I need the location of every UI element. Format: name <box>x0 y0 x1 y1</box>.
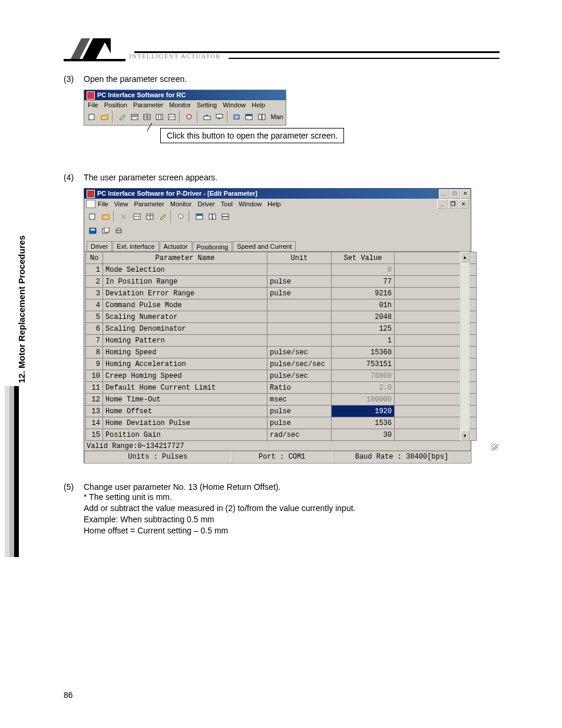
maximize-icon[interactable]: □ <box>449 189 460 199</box>
tab-ext-interface[interactable]: Ext. interface <box>113 241 158 251</box>
mdi-restore-icon[interactable]: ❐ <box>448 199 458 209</box>
cell-unit: pulse/sec/sec <box>267 358 332 370</box>
cell-unit: Ratio <box>267 382 332 394</box>
table-row[interactable]: 8Homing Speedpulse/sec15360 <box>86 347 477 358</box>
menu-parameter[interactable]: Parameter <box>133 101 163 108</box>
table-row[interactable]: 12Home Time-Outmsec180000 <box>86 394 477 406</box>
menu-monitor[interactable]: Monitor <box>170 200 192 207</box>
cell-name: Homing Pattern <box>103 335 267 347</box>
close-icon[interactable]: × <box>460 189 471 199</box>
callout-text: Click this button to open the parameter … <box>160 128 344 143</box>
menu-window[interactable]: Window <box>239 200 262 207</box>
cell-unit <box>267 299 332 311</box>
menu-window[interactable]: Window <box>223 101 246 108</box>
svg-rect-36 <box>196 214 203 216</box>
window-icon[interactable] <box>243 111 254 123</box>
menu-file[interactable]: File <box>88 101 98 108</box>
window2-icon[interactable] <box>206 210 218 222</box>
table-row[interactable]: 5Scaling Numerator2048 <box>86 311 477 323</box>
table-row[interactable]: 11Default Home Current LimitRatio2.0 <box>86 382 477 394</box>
list-icon[interactable] <box>129 111 140 123</box>
menu-position[interactable]: Position <box>104 101 127 108</box>
table-row[interactable]: 2In Position Rangepulse77 <box>86 276 477 288</box>
tab-speed-current[interactable]: Speed and Current <box>233 241 296 251</box>
menu-file[interactable]: File <box>98 200 108 207</box>
print-icon[interactable] <box>113 225 124 236</box>
tab-actuator[interactable]: Actuator <box>160 241 192 251</box>
open-icon[interactable] <box>100 210 111 222</box>
cell-value[interactable]: 15360 <box>332 347 395 358</box>
menu-monitor[interactable]: Monitor <box>169 101 191 108</box>
menu-help[interactable]: Help <box>252 101 265 108</box>
table-row[interactable]: 10Creep Homing Speedpulse/sec76800 <box>86 370 477 382</box>
table-row[interactable]: 13Home Offsetpulse1920 <box>86 406 477 417</box>
minimize-icon[interactable]: _ <box>439 189 449 199</box>
parameter-table: No Parameter Name Unit Set Value 1Mode S… <box>85 252 477 441</box>
upload-icon[interactable] <box>201 111 213 123</box>
chart-icon[interactable] <box>166 111 177 123</box>
settings-icon[interactable] <box>231 111 242 123</box>
table-row[interactable]: 9Homing Accelerationpulse/sec/sec753151 <box>86 358 477 370</box>
step-4: (4) The user parameter screen appears. <box>64 173 500 182</box>
column-icon[interactable] <box>256 111 267 123</box>
cell-value[interactable]: 0 <box>332 264 395 276</box>
cell-value[interactable]: 76800 <box>332 370 395 382</box>
menu-tool[interactable]: Tool <box>221 200 233 207</box>
scroll-up-icon[interactable]: ▲ <box>460 252 470 262</box>
cell-value[interactable]: 1536 <box>332 417 395 429</box>
svg-point-34 <box>178 214 183 219</box>
edit-icon[interactable] <box>117 111 128 123</box>
new-icon[interactable] <box>87 210 98 222</box>
cell-value[interactable]: 2.0 <box>332 382 395 394</box>
cell-value[interactable]: 1 <box>332 335 395 347</box>
tab-positioning[interactable]: Positioning <box>193 242 233 252</box>
table-row[interactable]: 6Scaling Denominator125 <box>86 323 477 335</box>
alarm-icon[interactable] <box>175 210 187 222</box>
open-icon[interactable] <box>99 111 110 123</box>
mdi-close-icon[interactable]: × <box>458 199 469 209</box>
list-icon[interactable] <box>131 210 143 222</box>
copy-icon[interactable] <box>100 225 111 236</box>
window3-icon[interactable] <box>219 210 231 222</box>
table-row[interactable]: 1Mode Selection0 <box>86 264 477 276</box>
table-icon[interactable] <box>144 210 156 222</box>
menu-view[interactable]: View <box>114 200 128 207</box>
cell-value[interactable]: 9216 <box>332 288 395 299</box>
table-row[interactable]: 15Position Gainrad/sec30 <box>86 429 477 441</box>
table-row[interactable]: 7Homing Pattern1 <box>86 335 477 347</box>
window1-icon[interactable] <box>193 210 205 222</box>
resize-handle[interactable] <box>491 443 498 450</box>
table-row[interactable]: 14Home Deviation Pulsepulse1536 <box>86 417 477 429</box>
menu-parameter[interactable]: Parameter <box>134 200 164 207</box>
download-icon[interactable] <box>214 111 225 123</box>
cell-value[interactable]: 77 <box>332 276 395 288</box>
alarm-icon[interactable] <box>184 111 195 123</box>
scroll-down-icon[interactable]: ▼ <box>460 430 470 441</box>
vertical-scrollbar[interactable]: ▲ ▼ <box>460 252 470 441</box>
cell-value[interactable]: 180000 <box>332 394 395 406</box>
cell-value[interactable]: 2048 <box>332 311 395 323</box>
new-icon[interactable] <box>87 111 98 123</box>
cell-value[interactable]: 125 <box>332 323 395 335</box>
save-icon[interactable] <box>87 225 98 236</box>
col-val: Set Value <box>332 252 395 264</box>
step5-formula: Home offset = Current setting – 0.5 mm <box>84 525 500 536</box>
menu-help[interactable]: Help <box>267 200 281 207</box>
cell-value[interactable]: 30 <box>332 429 395 441</box>
cut-icon[interactable] <box>118 210 130 222</box>
cell-value[interactable]: 1920 <box>332 406 395 417</box>
table-row[interactable]: 4Command Pulse Mode01h <box>86 299 477 311</box>
menu-setting[interactable]: Setting <box>197 101 217 108</box>
tab-driver[interactable]: Driver <box>87 241 112 251</box>
cell-name: Position Gain <box>103 429 267 441</box>
edit-icon[interactable] <box>157 210 168 222</box>
table-icon[interactable] <box>141 111 153 123</box>
table-row[interactable]: 3Deviation Error Rangepulse9216 <box>86 288 477 299</box>
svg-rect-25 <box>262 114 265 120</box>
cell-value[interactable]: 01h <box>332 299 395 311</box>
mdi-minimize-icon[interactable]: _ <box>437 199 448 209</box>
grid-icon[interactable] <box>154 111 165 123</box>
menubar-rc[interactable]: File Position Parameter Monitor Setting … <box>84 100 286 110</box>
cell-value[interactable]: 753151 <box>332 358 395 370</box>
menu-driver[interactable]: Driver <box>197 200 214 207</box>
